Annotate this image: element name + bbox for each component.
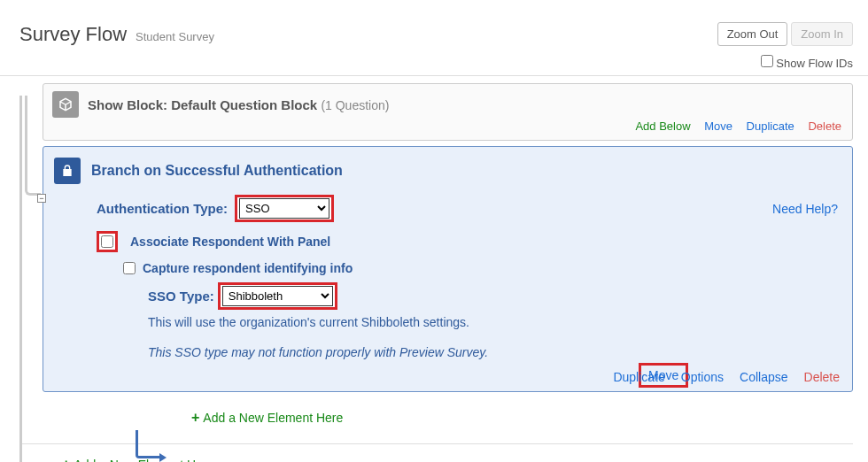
- block-delete[interactable]: Delete: [808, 119, 841, 133]
- zoom-in-button[interactable]: Zoom In: [791, 22, 853, 46]
- highlight-associate-checkbox: [97, 231, 118, 252]
- collapse-toggle[interactable]: −: [37, 194, 46, 203]
- flow-rail-branch: [25, 96, 41, 196]
- block-move[interactable]: Move: [704, 119, 732, 133]
- associate-label: Associate Respondent With Panel: [130, 235, 330, 249]
- add-element-inner-label: Add a New Element Here: [203, 411, 343, 425]
- sso-note: This will use the organization's current…: [148, 315, 840, 329]
- survey-name: Student Survey: [136, 30, 214, 43]
- auth-duplicate[interactable]: Duplicate: [613, 370, 664, 384]
- show-block: Show Block: Default Question Block (1 Qu…: [43, 83, 853, 141]
- block-add-below[interactable]: Add Below: [635, 119, 690, 133]
- sso-type-select[interactable]: Shibboleth: [222, 286, 333, 306]
- sso-warning: This SSO type may not function properly …: [148, 345, 840, 359]
- block-title: Show Block: Default Question Block: [88, 97, 317, 112]
- auth-type-select[interactable]: SSO: [239, 198, 329, 219]
- show-flow-ids-label: Show Flow IDs: [776, 57, 853, 70]
- block-duplicate[interactable]: Duplicate: [747, 119, 794, 133]
- auth-block: Branch on Successful Authentication Auth…: [43, 146, 853, 392]
- arrow-rail: [136, 430, 159, 458]
- page-title: Survey Flow: [19, 23, 127, 46]
- plus-icon: +: [62, 457, 70, 462]
- zoom-out-button[interactable]: Zoom Out: [717, 22, 788, 46]
- auth-type-label: Authentication Type:: [97, 201, 228, 216]
- show-flow-ids-checkbox[interactable]: [761, 55, 773, 67]
- block-question-count: (1 Question): [321, 98, 389, 112]
- highlight-auth-type: SSO: [235, 195, 334, 222]
- sso-type-label: SSO Type:: [148, 289, 214, 304]
- add-element-inner[interactable]: + Add a New Element Here: [191, 410, 853, 426]
- auth-options[interactable]: Options: [681, 370, 724, 384]
- associate-checkbox[interactable]: [101, 235, 113, 248]
- add-element-outer[interactable]: + Add a New Element Here: [62, 457, 853, 462]
- auth-title: Branch on Successful Authentication: [91, 163, 343, 179]
- arrowhead-icon: [159, 453, 167, 462]
- need-help-link[interactable]: Need Help?: [772, 202, 838, 216]
- capture-label: Capture respondent identifying info: [143, 261, 353, 275]
- plus-icon: +: [191, 410, 199, 426]
- highlight-sso-type: Shibboleth: [218, 282, 337, 310]
- block-icon: [52, 91, 79, 118]
- lock-icon: [54, 158, 81, 184]
- auth-delete[interactable]: Delete: [804, 370, 840, 384]
- capture-checkbox[interactable]: [123, 262, 136, 274]
- auth-collapse[interactable]: Collapse: [740, 370, 787, 384]
